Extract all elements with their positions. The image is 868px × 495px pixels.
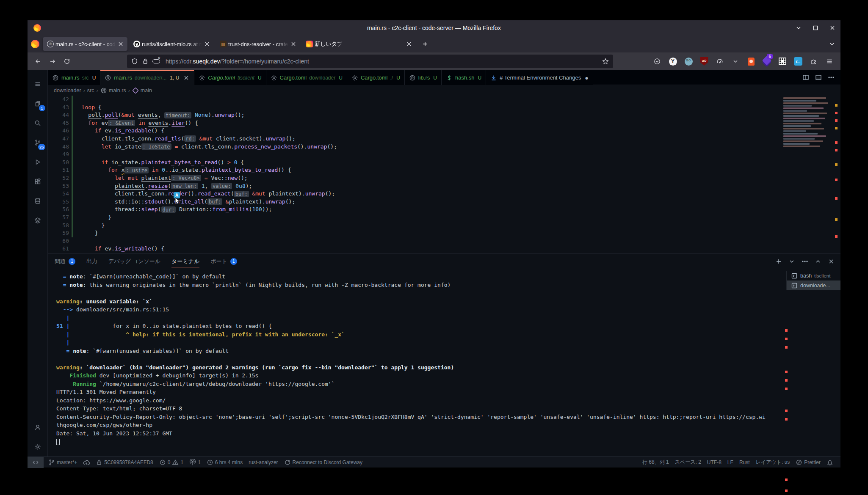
run-debug-icon[interactable] — [28, 152, 48, 172]
bookmark-star-icon[interactable] — [602, 58, 609, 65]
breadcrumb-item[interactable]: main — [132, 87, 152, 94]
close-editor-icon[interactable] — [183, 74, 190, 81]
status-encoding[interactable]: UTF-8 — [704, 457, 724, 468]
status-cursor-position[interactable]: 行 68、列 1 — [639, 457, 672, 468]
close-tab-icon[interactable] — [117, 40, 124, 48]
source-control-icon[interactable]: 25 — [28, 133, 48, 152]
url-bar[interactable]: https://cdr.sueqk.dev/?folder=/home/yuim… — [127, 55, 613, 68]
status-prettier[interactable]: Prettier — [793, 457, 824, 468]
minimize-icon[interactable] — [795, 24, 802, 32]
split-editor-icon[interactable] — [802, 74, 809, 81]
status-publish[interactable] — [80, 457, 93, 468]
maximize-panel-icon[interactable] — [815, 258, 821, 265]
code-line[interactable]: 61 if ev.is_writable() { — [48, 245, 840, 253]
editor-tab[interactable]: # Terminal Environment Changes● — [486, 70, 593, 85]
more-actions-icon[interactable] — [802, 258, 808, 265]
code-line[interactable]: 42 — [48, 96, 840, 104]
hydrant-extension-icon[interactable] — [746, 56, 756, 66]
more-actions-icon[interactable] — [828, 74, 835, 81]
close-window-icon[interactable] — [829, 24, 836, 32]
breadcrumb-item[interactable]: src — [87, 88, 94, 94]
code-line[interactable]: 46 if ev.is_readable() { — [48, 127, 840, 135]
status-rust-analyzer[interactable]: rust-analyzer — [246, 457, 281, 468]
status-indentation[interactable]: スペース: 2 — [672, 457, 704, 468]
status-problems[interactable]: 01 — [156, 457, 186, 468]
close-panel-icon[interactable] — [828, 258, 835, 265]
panel-tab[interactable]: 問題1 — [55, 254, 75, 269]
terminal-dropdown-icon[interactable] — [788, 258, 795, 265]
code-line[interactable]: 54 client.tls_conn.reader().read_exact(b… — [48, 190, 840, 198]
status-discord[interactable]: Reconnect to Discord Gateway — [281, 457, 365, 468]
editor-tab[interactable]: hash.shU — [442, 70, 486, 85]
browser-tab[interactable]: 新しいタブ — [302, 37, 416, 51]
dirty-indicator[interactable]: ● — [585, 74, 588, 81]
list-all-tabs-icon[interactable] — [829, 41, 835, 47]
panel-tab[interactable]: ポート1 — [210, 254, 237, 269]
code-line[interactable]: 58 } — [48, 222, 840, 230]
browser-tab[interactable]: rustls/tlsclient-mio.rs at ma — [129, 37, 214, 51]
code-line[interactable]: 43 loop { — [48, 104, 840, 112]
status-ports[interactable]: 1 — [186, 457, 204, 468]
app-menu-icon[interactable] — [824, 56, 835, 66]
browser-tab[interactable]: ⌾main.rs - c2c-client - code-s — [43, 37, 127, 51]
code-line[interactable]: 57 } — [48, 214, 840, 222]
panel-tab[interactable]: 出力 — [86, 254, 97, 269]
qr-extension-icon[interactable] — [777, 56, 788, 66]
remote-explorer-icon[interactable] — [28, 191, 48, 211]
panel-tab[interactable]: ターミナル — [171, 254, 199, 269]
extensions-puzzle-icon[interactable] — [809, 56, 819, 66]
editor-tab[interactable]: main.rsdownloader/...1, U — [100, 70, 194, 85]
terminal-list-item[interactable]: bashtlsclient — [787, 271, 840, 280]
code-line[interactable]: 59 } — [48, 229, 840, 237]
stack-extension-icon[interactable]: 6 — [762, 56, 772, 66]
breadcrumb[interactable]: downloader›src›main.rs›main — [48, 85, 840, 96]
breadcrumb-item[interactable]: main.rs — [100, 87, 126, 94]
minimap[interactable] — [783, 97, 831, 254]
account-icon[interactable] — [28, 418, 48, 437]
close-tab-icon[interactable] — [203, 40, 210, 48]
editor-tab[interactable]: Cargo.toml./U — [347, 70, 405, 85]
back-button[interactable] — [32, 55, 44, 68]
mask-extension-icon[interactable] — [683, 56, 694, 66]
status-keyboard-layout[interactable]: レイアウト: us — [753, 457, 793, 468]
status-language-mode[interactable]: Rust — [736, 457, 753, 468]
close-tab-icon[interactable] — [290, 40, 297, 48]
url-text[interactable]: https://cdr.sueqk.dev/?folder=/home/yuim… — [166, 58, 309, 65]
code-line[interactable]: 47 client.tls_conn.read_tls(rd: &mut cli… — [48, 135, 840, 143]
browser-tab[interactable]: ▥trust-dns-resolver - crates.i — [216, 37, 300, 51]
code-line[interactable]: 60 — [48, 237, 840, 245]
shield-icon[interactable] — [131, 58, 138, 65]
pocket-icon[interactable] — [652, 56, 662, 66]
bird-extension-icon[interactable]: ᓚ — [793, 56, 803, 66]
code-line[interactable]: 48 let io_state: IoState = client.tls_co… — [48, 143, 840, 151]
status-git-branch[interactable]: master*+ — [45, 457, 80, 468]
gauge-extension-icon[interactable] — [715, 56, 725, 66]
extensions-icon[interactable] — [28, 172, 48, 191]
editor-tab[interactable]: main.rssrcU — [48, 70, 100, 85]
y-extension-icon[interactable]: Y — [668, 56, 678, 66]
status-timer[interactable]: 6 hrs 4 mins — [204, 457, 246, 468]
code-line[interactable]: 49 — [48, 151, 840, 159]
editor-tab[interactable]: Cargo.tomltlsclientU — [194, 70, 266, 85]
ublock-icon[interactable]: uO — [699, 56, 709, 66]
terminal-list-item[interactable]: downloade... — [787, 280, 840, 290]
code-line[interactable]: 53 plaintext.resize(new_len: 1, value: 0… — [48, 182, 840, 190]
code-editor[interactable]: 4243 loop {44 poll.poll(&mut events, tim… — [48, 96, 840, 253]
firefox-view-icon[interactable] — [31, 40, 39, 48]
close-tab-icon[interactable] — [405, 40, 413, 48]
new-tab-button[interactable] — [419, 38, 431, 50]
new-terminal-icon[interactable] — [775, 258, 782, 265]
settings-gear-icon[interactable] — [28, 437, 48, 456]
menu-icon[interactable] — [28, 74, 48, 94]
status-remote-indicator[interactable] — [28, 457, 44, 468]
window-titlebar[interactable]: main.rs - c2c-client - code-server — Moz… — [28, 20, 840, 36]
editor-tab[interactable]: lib.rsU — [405, 70, 442, 85]
code-line[interactable]: 44 poll.poll(&mut events, timeout: None)… — [48, 111, 840, 119]
layout-icon[interactable] — [815, 74, 822, 81]
editor-tab[interactable]: Cargo.tomldownloaderU — [266, 70, 347, 85]
layers-icon[interactable] — [28, 211, 48, 230]
code-line[interactable]: 56 thread::sleep(dur: Duration::from_mil… — [48, 206, 840, 214]
code-line[interactable]: 50 if io_state.plaintext_bytes_to_read()… — [48, 159, 840, 167]
status-eol[interactable]: LF — [724, 457, 736, 468]
code-line[interactable]: 51 for x: usize in 0..io_state.plaintext… — [48, 166, 840, 174]
